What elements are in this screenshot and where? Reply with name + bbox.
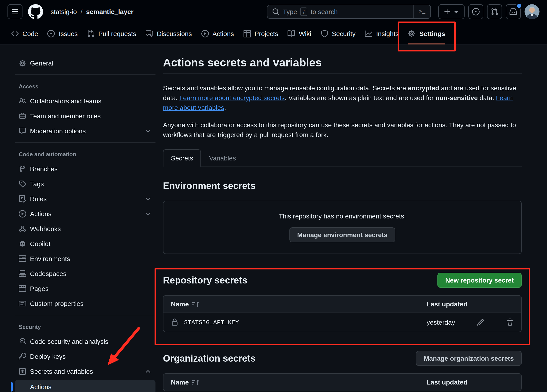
browser-icon (19, 285, 26, 292)
tab-label: Issues (59, 30, 78, 37)
create-new-button[interactable] (438, 4, 465, 19)
plus-icon (443, 8, 451, 15)
sidebar-item-moderation-options[interactable]: Moderation options (15, 124, 156, 139)
gear-icon (408, 30, 416, 37)
sidebar-item-label: Webhooks (30, 225, 61, 233)
text-run: . (224, 104, 226, 111)
empty-state-text: This repository has no environment secre… (175, 212, 510, 220)
settings-layout: GeneralAccessCollaborators and teamsTeam… (0, 44, 547, 392)
tab-insights[interactable]: Insights (360, 23, 403, 44)
sidebar-item-label: Moderation options (30, 127, 86, 135)
tab-label: Wiki (299, 30, 311, 37)
slash-key-hint: / (301, 7, 308, 16)
tab-security[interactable]: Security (316, 23, 360, 44)
git-branch-icon (19, 165, 26, 173)
search-placeholder-suffix: to search (311, 8, 338, 15)
sidebar-item-collaborators-and-teams[interactable]: Collaborators and teams (15, 93, 156, 108)
sidebar-subitem-label: Actions (30, 383, 52, 391)
sidebar-item-environments[interactable]: Environments (15, 251, 156, 266)
sort-ascending-icon (192, 379, 199, 386)
tab-wiki[interactable]: Wiki (283, 23, 316, 44)
breadcrumb-org[interactable]: statsig-io (51, 8, 77, 15)
text-run: Anyone with collaborator access to this … (163, 121, 516, 139)
sidebar-item-branches[interactable]: Branches (15, 161, 156, 176)
sidebar-item-codespaces[interactable]: Codespaces (15, 266, 156, 281)
chevron-down-icon (452, 8, 460, 15)
sidebar-item-deploy-keys[interactable]: Deploy keys (15, 349, 156, 364)
inline-link[interactable]: Learn more about encrypted secrets (179, 94, 285, 101)
search-icon (272, 8, 280, 15)
tab-code[interactable]: Code (7, 23, 43, 44)
notifications-button[interactable] (506, 4, 521, 19)
intro-paragraph: Anyone with collaborator access to this … (163, 120, 522, 140)
sidebar-item-webhooks[interactable]: Webhooks (15, 221, 156, 236)
name-column-label: Name (171, 300, 189, 308)
intro-paragraphs: Secrets and variables allow you to manag… (163, 83, 522, 140)
sidebar-item-rules[interactable]: Rules (15, 191, 156, 206)
bold-text: non-sensitive (436, 94, 478, 101)
name-column-header[interactable]: Name (171, 300, 199, 308)
sidebar-item-pages[interactable]: Pages (15, 281, 156, 296)
command-palette-button[interactable]: >_ (413, 5, 430, 18)
repository-secrets-heading: Repository secrets (163, 273, 247, 288)
tab-pull-requests[interactable]: Pull requests (82, 23, 141, 44)
pull-requests-dashboard-button[interactable] (487, 4, 502, 19)
last-updated-column-header: Last updated (427, 300, 514, 308)
tab-secrets[interactable]: Secrets (163, 149, 201, 167)
repository-secrets-section: Repository secrets New repository secret… (163, 273, 522, 332)
sidebar-item-label: General (30, 60, 53, 67)
sidebar-item-label: Collaborators and teams (30, 97, 101, 105)
tab-settings[interactable]: Settings (403, 23, 450, 44)
breadcrumb-repo[interactable]: semantic_layer (86, 8, 133, 15)
sidebar-item-label: Secrets and variables (30, 368, 93, 375)
repository-table-header: Name Last updated (164, 296, 521, 312)
tab-label: Actions (212, 30, 234, 37)
sidebar-item-label: Pages (30, 285, 48, 292)
new-repository-secret-button[interactable]: New repository secret (437, 273, 522, 288)
edit-secret-button[interactable] (477, 319, 485, 326)
manage-organization-secrets-button[interactable]: Manage organization secrets (416, 351, 522, 366)
git-pull-request-icon (87, 30, 95, 37)
server-icon (19, 255, 26, 262)
manage-environment-secrets-button[interactable]: Manage environment secrets (289, 227, 396, 242)
sidebar-item-tags[interactable]: Tags (15, 176, 156, 191)
sidebar-divider (15, 315, 156, 315)
sidebar-item-copilot[interactable]: Copilot (15, 236, 156, 251)
header-actions: Type / to search >_ (267, 4, 540, 19)
organization-secrets-table: Name Last updated (163, 373, 522, 391)
tab-issues[interactable]: Issues (43, 23, 82, 44)
name-column-label: Name (171, 379, 189, 386)
tab-variables[interactable]: Variables (201, 149, 244, 167)
tab-discussions[interactable]: Discussions (141, 23, 197, 44)
page-title: Actions secrets and variables (163, 56, 522, 74)
comment-icon (19, 127, 26, 135)
sidebar-item-custom-properties[interactable]: Custom properties (15, 296, 156, 311)
tab-actions[interactable]: Actions (197, 23, 239, 44)
shield-icon (321, 30, 328, 37)
sidebar-item-general[interactable]: General (15, 56, 156, 71)
delete-secret-button[interactable] (506, 319, 514, 326)
trash-icon (506, 319, 514, 326)
git-pull-request-icon (491, 8, 498, 15)
github-logo[interactable] (28, 4, 43, 19)
inbox-icon (510, 8, 517, 15)
sidebar-divider (15, 142, 156, 143)
avatar[interactable] (525, 4, 540, 19)
sidebar-item-secrets-and-variables[interactable]: Secrets and variables (15, 364, 156, 379)
main-content: Actions secrets and variables Secrets an… (163, 56, 522, 392)
issue-opened-icon (472, 8, 479, 15)
sidebar-item-code-security-and-analysis[interactable]: Code security and analysis (15, 334, 156, 349)
tab-projects[interactable]: Projects (239, 23, 283, 44)
global-nav-menu-button[interactable] (7, 4, 22, 19)
sidebar-divider (15, 74, 156, 75)
sidebar-item-team-and-member-roles[interactable]: Team and member roles (15, 108, 156, 124)
sidebar-item-label: Branches (30, 165, 58, 173)
repository-secrets-header-row: Repository secrets New repository secret (163, 273, 522, 288)
secrets-tabnav: SecretsVariables (163, 149, 522, 167)
sidebar-item-actions[interactable]: Actions (15, 206, 156, 221)
name-column-header[interactable]: Name (171, 379, 199, 386)
issues-dashboard-button[interactable] (468, 4, 483, 19)
sidebar-subitem-actions[interactable]: Actions (15, 380, 156, 392)
code-icon (11, 30, 19, 37)
search-input[interactable]: Type / to search >_ (267, 5, 431, 19)
